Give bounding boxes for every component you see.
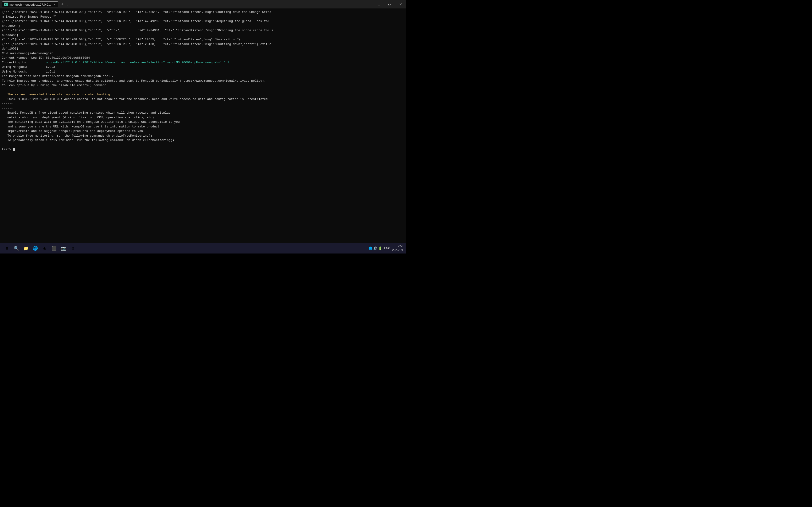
taskbar-icon-start[interactable]: ⊞ [3,244,11,252]
terminal-line-15: Using Mongosh: 1.6.1 [2,69,404,74]
terminal-line-36: To enable free monitoring, run the follo… [2,133,404,138]
minimize-button[interactable]: 🗕 [373,0,385,8]
tab[interactable]: >_ mongosh mongodb://127.0.0... ✕ [2,1,58,7]
time-display: 7:58 [398,244,403,248]
terminal-line-8: {"t":{"$date":"2023-01-04T07:57:44.025+0… [2,42,404,47]
terminal-line-7: {"t":{"$date":"2023-01-04T07:57:44.024+0… [2,37,404,42]
tab-title: mongosh mongodb://127.0.0... [9,3,51,6]
clock: 7:58 2023/1/4 [392,244,403,252]
terminal-area: {"t":{"$date":"2023-01-04T07:57:44.024+0… [0,8,406,243]
titlebar-controls: 🗕 🗗 ✕ [373,0,406,8]
terminal-line-11: C:\Users\huangjiabao>mongosh [2,51,404,56]
battery-icon: 🔋 [378,246,382,250]
terminal-line-9: de":100}} [2,47,404,51]
taskbar: ⊞🔍📁🌐◉⬛📷⚙ 🌐 🔊 🔋 ENG 7:58 2023/1/4 [0,243,406,253]
terminal-line-37: To permanently disable this reminder, ru… [2,138,404,143]
terminal-line-33: and anyone you share the URL with. Mongo… [2,124,404,129]
taskbar-icon-mongodb-compass[interactable]: ◉ [40,244,49,252]
terminal-line-29: Enable MongoDB's free cloud-based monito… [2,111,404,115]
terminal-line-14: Using MongoDB: 6.0.3 [2,65,404,69]
close-window-button[interactable]: ✕ [395,0,406,8]
date-display: 2023/1/4 [392,248,403,252]
terminal-line-25: 2023-01-03T22:29:09.488+08:00: Access co… [2,97,404,102]
taskbar-icon-settings[interactable]: ⚙ [68,244,77,252]
tab-icon: >_ [4,3,8,6]
taskbar-icon-terminal[interactable]: ⬛ [50,244,58,252]
restore-button[interactable]: 🗗 [385,0,395,8]
terminal-line-21: You can opt-out by running the disableTe… [2,83,404,88]
more-tabs-button[interactable]: ⌄ [66,2,69,6]
mongodb-connection-link[interactable]: mongodb://127.0.0.1:27017/?directConnect… [46,61,229,64]
terminal-line-40: test> [2,147,404,152]
language-label: ENG [384,247,390,250]
taskbar-icon-camera[interactable]: 📷 [59,244,68,252]
terminal-line-32: The monitoring data will be available on… [2,120,404,124]
terminal-line-28: ------ [2,106,404,111]
terminal-line-26: ------ [2,101,404,106]
new-tab-button[interactable]: + [61,2,64,7]
terminal-line-17: For mongosh info see: https://docs.mongo… [2,74,404,78]
tab-close-button[interactable]: ✕ [54,3,55,6]
terminal-line-2: m Expired Pre-images Remover"} [2,14,404,19]
terminal-line-3: {"t":{"$date":"2023-01-04T07:57:44.024+0… [2,19,404,24]
terminal-line-6: hutdown"} [2,33,404,38]
taskbar-system-tray: 🌐 🔊 🔋 ENG 7:58 2023/1/4 [368,244,403,252]
terminal-line-20: To help improve our products, anonymous … [2,78,404,83]
taskbar-icon-edge[interactable]: 🌐 [31,244,40,252]
terminal-line-13: Connecting to: mongodb://127.0.0.1:27017… [2,60,404,65]
terminal-cursor [13,148,15,151]
taskbar-icon-explorer[interactable]: 📁 [21,244,30,252]
taskbar-icon-search[interactable]: 🔍 [12,244,21,252]
terminal-line-23: ------ [2,88,404,93]
terminal-line-4: shutdown"} [2,24,404,29]
volume-icon: 🔊 [373,246,377,250]
terminal-line-38: ------ [2,143,404,148]
taskbar-icons: ⊞🔍📁🌐◉⬛📷⚙ [3,244,77,252]
system-tray: 🌐 🔊 🔋 [368,246,382,250]
terminal-line-34: improvements and to suggest MongoDB prod… [2,129,404,133]
terminal-line-24: The server generated these startup warni… [2,92,404,97]
terminal-line-30: metrics about your deployment (disk util… [2,115,404,120]
titlebar-left: >_ mongosh mongodb://127.0.0... ✕ + ⌄ [2,1,69,7]
terminal-line-5: {"t":{"$date":"2023-01-04T07:57:44.024+0… [2,28,404,33]
terminal-line-1: {"t":{"$date":"2023-01-04T07:57:44.024+0… [2,10,404,14]
network-icon: 🌐 [368,246,372,250]
terminal-line-12: Current Mongosh Log ID: 63b4c122d9cf06dd… [2,56,404,60]
titlebar: >_ mongosh mongodb://127.0.0... ✕ + ⌄ 🗕 … [0,0,406,8]
